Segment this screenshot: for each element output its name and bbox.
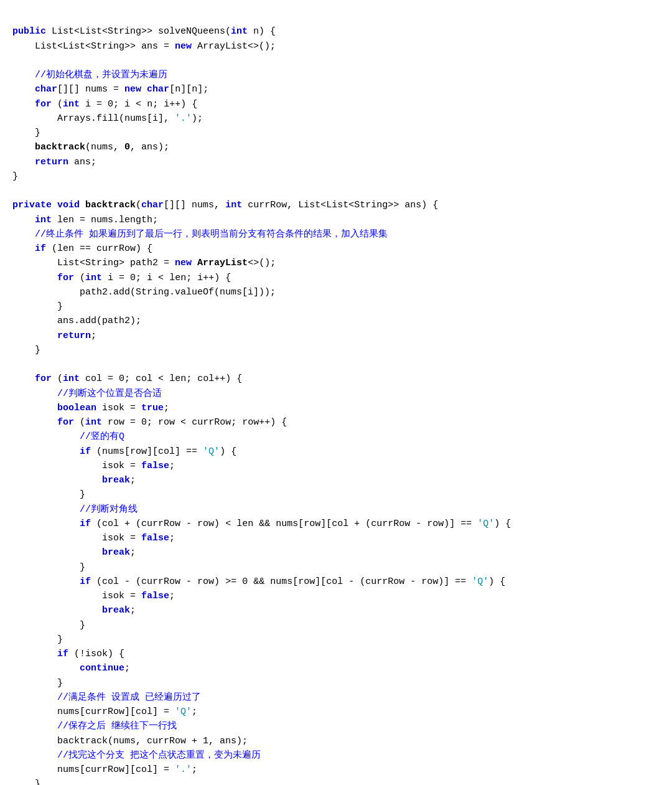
code-content: public List<List<String>> solveNQueens(i…	[12, 26, 511, 785]
code-container: public List<List<String>> solveNQueens(i…	[12, 10, 660, 785]
